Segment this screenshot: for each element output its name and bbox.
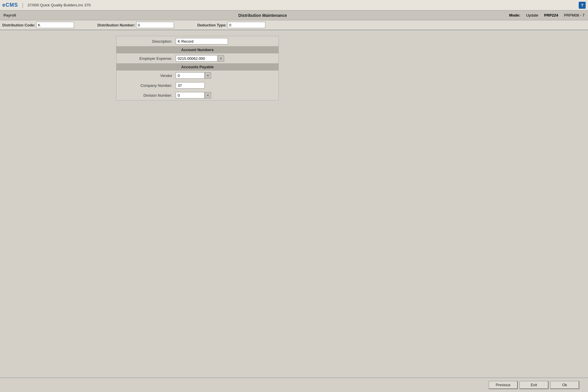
help-button[interactable]: ? [579, 2, 586, 9]
employer-expense-row: Employer Expense: < [116, 53, 278, 63]
account-numbers-header: Account Numbers [116, 46, 278, 53]
main-content: Description: Account Numbers Employer Ex… [0, 30, 588, 106]
distribution-code-label: Distribution Code: [2, 23, 35, 27]
accounts-payable-header: Accounts Payable [116, 63, 278, 71]
deduction-type-label: Deduction Type: [197, 23, 226, 27]
mode-value: Update [526, 13, 538, 17]
ok-button[interactable]: Ok [550, 381, 579, 389]
company-number-row: Company Number: [116, 80, 278, 90]
deduction-type-input[interactable] [228, 22, 265, 28]
ecms-logo: eCMS [2, 2, 18, 8]
bottom-bar: Previous Exit Ok [0, 377, 588, 392]
module-label: Payroll [3, 13, 16, 17]
company-number-input[interactable] [176, 82, 205, 89]
page-info: PRPM08 - 7 [564, 13, 585, 17]
description-row: Description: [116, 36, 278, 46]
vendor-label: Vendor [120, 73, 172, 78]
division-number-label: Division Number: [120, 93, 172, 98]
exit-button[interactable]: Exit [519, 381, 549, 389]
employer-expense-input[interactable] [176, 55, 218, 62]
employer-expense-label: Employer Expense: [120, 56, 172, 61]
distribution-number-label: Distribution Number: [97, 23, 135, 27]
division-number-lookup-button[interactable]: < [205, 92, 211, 98]
top-bar-separator: | [22, 2, 24, 8]
division-number-row: Division Number: < [116, 90, 278, 100]
previous-button[interactable]: Previous [489, 381, 518, 389]
division-number-input[interactable] [176, 92, 205, 98]
distribution-number-input[interactable] [136, 22, 174, 28]
company-number-label: Company Number: [120, 83, 172, 88]
distribution-code-input[interactable] [36, 22, 74, 28]
top-bar: eCMS | 37/000 Quick Quality Builders,Inc… [0, 0, 588, 10]
description-label: Description: [120, 39, 172, 44]
vendor-input[interactable] [176, 72, 205, 79]
page-title: Distribution Maintenance [238, 13, 287, 18]
mode-label: Mode: [509, 13, 520, 17]
header-bar: Payroll Distribution Maintenance Mode: U… [0, 10, 588, 20]
employer-expense-lookup-button[interactable]: < [218, 55, 224, 62]
form-panel: Description: Account Numbers Employer Ex… [116, 36, 279, 100]
description-input[interactable] [176, 38, 228, 44]
fields-bar: Distribution Code: Distribution Number: … [0, 20, 588, 30]
program-label: PRP224 [544, 13, 558, 17]
vendor-lookup-button[interactable]: < [205, 72, 211, 79]
vendor-row: Vendor < [116, 71, 278, 80]
company-info: 37/000 Quick Quality Builders,Inc 370 [28, 3, 91, 7]
